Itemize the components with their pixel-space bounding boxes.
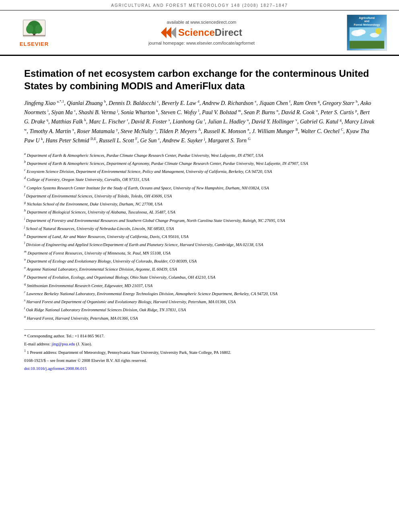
affiliation-q: q Smithsonian Environmental Research Cen… [24, 282, 375, 289]
affiliation-b: b Department of Earth & Atmospheric Scie… [24, 160, 375, 166]
elsevier-logo-area: ELSEVIER [8, 14, 60, 51]
affiliation-d: d College of Forestry, Oregon State Univ… [24, 176, 375, 183]
journal-header-text: AGRICULTURAL AND FOREST METEOROLOGY 148 … [111, 3, 288, 8]
footnote1: 1 1 Present address: Department of Meteo… [24, 349, 375, 356]
email-link[interactable]: jing@psu.edu [51, 342, 75, 346]
journal-header: AGRICULTURAL AND FOREST METEOROLOGY 148 … [0, 0, 399, 10]
svg-point-4 [35, 25, 42, 34]
affiliation-o: o Argonne National Laboratory, Environme… [24, 265, 375, 272]
banner: ELSEVIER available at www.sciencedirect.… [0, 10, 399, 56]
sciencedirect-area: available at www.sciencedirect.com Scien… [64, 14, 339, 51]
doi-line: doi:10.1016/j.agrformet.2008.06.015 [24, 366, 375, 372]
affiliation-j: j School of Natural Resources, Universit… [24, 225, 375, 232]
journal-cover-image [349, 27, 385, 49]
affiliation-t: t Oak Ridge National Laboratory Environm… [24, 306, 375, 313]
affiliation-l: l Division of Engineering and Applied Sc… [24, 241, 375, 248]
sciencedirect-logo: ScienceDirect [161, 27, 242, 38]
affiliation-g: g Nicholas School of the Environment, Du… [24, 200, 375, 207]
elsevier-tree-icon [18, 18, 50, 40]
affiliations: a Department of Earth & Atmospheric Scie… [24, 152, 375, 321]
authors: Jingfeng Xiao a,*,1, Qianlai Zhuang b, D… [24, 99, 375, 145]
affiliation-u: u Harvard Forest, Harvard University, Pe… [24, 314, 375, 321]
sd-science-text: Science [178, 27, 215, 38]
svg-marker-9 [171, 27, 176, 38]
affiliation-c: c Ecosystem Science Division, Department… [24, 168, 375, 175]
journal-url: journal homepage: www.elsevier.com/locat… [148, 41, 255, 45]
journal-cover-thumbnail: AgriculturalandForest Meteorology [347, 14, 387, 51]
page: AGRICULTURAL AND FOREST METEOROLOGY 148 … [0, 0, 399, 532]
affiliation-m: m Department of Forest Resources, Univer… [24, 249, 375, 256]
sd-arrows-icon [161, 27, 176, 38]
affiliation-n: n Department of Ecology and Evolutionary… [24, 257, 375, 264]
main-content: Estimation of net ecosystem carbon excha… [0, 56, 399, 381]
rights-text: 0168-1923/$ – see front matter © 2008 El… [24, 357, 375, 364]
svg-marker-8 [166, 27, 171, 38]
svg-marker-7 [161, 27, 167, 38]
affiliation-a: a Department of Earth & Atmospheric Scie… [24, 152, 375, 158]
corresponding-author-note: * Corresponding author. Tel.: +1 814 865… [24, 333, 375, 340]
svg-point-3 [26, 25, 33, 34]
footer-notes: * Corresponding author. Tel.: +1 814 865… [24, 329, 375, 372]
journal-cover-title: AgriculturalandForest Meteorology [354, 16, 380, 27]
email-note: E-mail address: jing@psu.edu (J. Xiao). [24, 341, 375, 348]
journal-cover-area: AgriculturalandForest Meteorology [343, 14, 391, 51]
affiliation-s: s Harvard Forest and Department of Organ… [24, 298, 375, 305]
svg-point-15 [375, 28, 381, 34]
article-title: Estimation of net ecosystem carbon excha… [24, 67, 375, 92]
affiliation-e: e Complex Systems Research Center Instit… [24, 184, 375, 191]
doi-link[interactable]: doi:10.1016/j.agrformet.2008.06.015 [24, 366, 86, 371]
affiliation-p: p Department of Evolution, Ecology, and … [24, 273, 375, 280]
elsevier-label: ELSEVIER [20, 41, 49, 47]
svg-rect-11 [350, 41, 384, 49]
affiliation-f: f Department of Environmental Sciences, … [24, 192, 375, 199]
svg-point-13 [356, 29, 366, 35]
affiliation-k: k Department of Land, Air and Water Reso… [24, 233, 375, 240]
affiliation-r: r Lawrence Berkeley National Laboratory,… [24, 290, 375, 297]
affiliation-h: h Department of Biological Sciences, Uni… [24, 208, 375, 215]
sd-direct-text: Direct [215, 27, 242, 38]
affiliation-i: i Department of Forestry and Environment… [24, 217, 375, 224]
available-text: available at www.sciencedirect.com [167, 20, 236, 25]
